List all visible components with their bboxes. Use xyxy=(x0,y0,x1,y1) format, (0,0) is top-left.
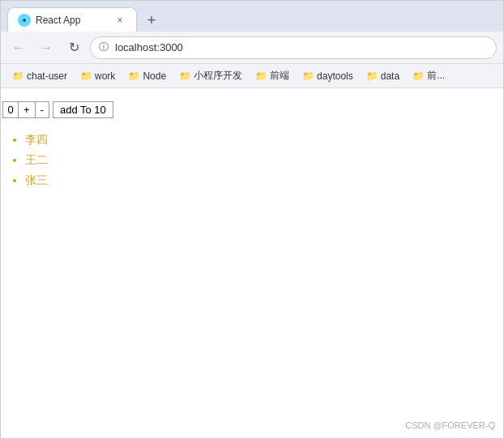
counter-row: 0 + - add To 10 xyxy=(1,101,503,118)
list-item-text: 李四 xyxy=(25,133,48,146)
bookmark-work[interactable]: 📁 work xyxy=(75,69,120,83)
decrement-button[interactable]: - xyxy=(35,101,49,118)
refresh-icon: ↻ xyxy=(69,40,79,55)
back-icon: ← xyxy=(12,40,25,55)
address-text: localhost:3000 xyxy=(115,41,183,53)
folder-icon: 📁 xyxy=(412,70,425,82)
forward-icon: → xyxy=(40,40,53,55)
folder-icon: 📁 xyxy=(255,70,267,82)
folder-icon: 📁 xyxy=(128,70,140,82)
bookmark-label: 小程序开发 xyxy=(194,69,242,83)
navigation-bar: ← → ↻ ⓘ localhost:3000 xyxy=(1,32,503,64)
bookmark-label: chat-user xyxy=(27,70,67,82)
watermark-text: CSDN @FOREVER-Q xyxy=(405,420,495,430)
address-bar[interactable]: ⓘ localhost:3000 xyxy=(90,36,497,59)
folder-icon: 📁 xyxy=(366,70,378,82)
name-list: 李四 王二 张三 xyxy=(1,130,503,191)
folder-icon: 📁 xyxy=(302,70,314,82)
watermark: CSDN @FOREVER-Q xyxy=(405,420,495,430)
bookmarks-bar: 📁 chat-user 📁 work 📁 Node 📁 小程序开发 📁 前端 📁… xyxy=(1,64,503,88)
tab-bar: React App × + xyxy=(1,1,503,32)
browser-window: React App × + ← → ↻ ⓘ localhost:3000 📁 c… xyxy=(0,0,504,439)
page-content: 0 + - add To 10 李四 王二 张三 CSDN @FOREVER-Q xyxy=(1,88,503,438)
increment-button[interactable]: + xyxy=(18,101,36,118)
bookmark-label: 前端 xyxy=(270,69,289,83)
back-button[interactable]: ← xyxy=(7,36,30,59)
list-item-text: 王二 xyxy=(25,153,48,166)
folder-icon: 📁 xyxy=(80,70,92,82)
bookmark-label: daytools xyxy=(317,70,353,82)
counter-display: 0 xyxy=(2,101,19,118)
list-item-text: 张三 xyxy=(25,173,48,186)
add-to-10-button[interactable]: add To 10 xyxy=(53,101,113,118)
lock-icon: ⓘ xyxy=(99,40,109,54)
bookmark-frontend2[interactable]: 📁 前... xyxy=(408,67,450,84)
active-tab[interactable]: React App × xyxy=(7,7,137,32)
svg-point-0 xyxy=(23,19,25,21)
bookmark-label: Node xyxy=(143,70,166,82)
bookmark-data[interactable]: 📁 data xyxy=(361,69,404,83)
bookmark-node[interactable]: 📁 Node xyxy=(123,69,171,83)
bookmark-label: 前... xyxy=(427,69,445,83)
folder-icon: 📁 xyxy=(12,70,24,82)
list-item: 王二 xyxy=(25,150,503,170)
bookmark-daytools[interactable]: 📁 daytools xyxy=(297,69,358,83)
refresh-button[interactable]: ↻ xyxy=(62,36,85,59)
bookmark-miniprogram[interactable]: 📁 小程序开发 xyxy=(174,67,247,84)
bookmark-frontend1[interactable]: 📁 前端 xyxy=(250,67,294,84)
list-item: 李四 xyxy=(25,130,503,150)
folder-icon: 📁 xyxy=(179,70,191,82)
forward-button[interactable]: → xyxy=(35,36,58,59)
tab-title: React App xyxy=(36,15,109,26)
bookmark-label: data xyxy=(381,70,399,82)
tab-close-button[interactable]: × xyxy=(113,14,126,27)
bookmark-label: work xyxy=(95,70,115,82)
list-item: 张三 xyxy=(25,170,503,190)
new-tab-button[interactable]: + xyxy=(140,9,163,32)
bookmark-chat-user[interactable]: 📁 chat-user xyxy=(7,69,72,83)
tab-favicon xyxy=(18,14,31,27)
